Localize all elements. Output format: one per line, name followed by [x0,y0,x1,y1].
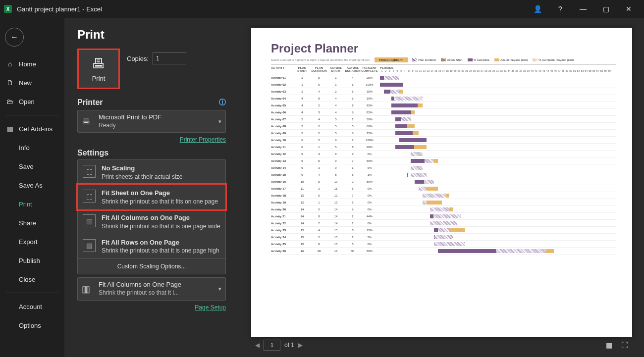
table-row: Activity 191211250% [271,199,616,206]
custom-scaling-option[interactable]: Custom Scaling Options... [78,258,225,274]
table-row: Activity 08525560% [271,123,616,130]
excel-icon: X [4,5,12,13]
printer-section-title: Printer [77,98,103,107]
table-row: Activity 251581550% [271,241,616,248]
table-row: Activity 106567100% [271,137,616,144]
table-row: Activity 2114814244% [271,213,616,220]
scaling-option-no-scaling[interactable]: ⬚ No ScalingPrint sheets at their actual… [78,160,225,185]
chevron-down-icon: ▾ [218,286,221,292]
next-page-button[interactable]: ▶ [298,342,303,349]
table-row: Activity 171121150% [271,185,616,192]
zoom-to-page-button[interactable]: ⛶ [621,341,628,349]
fit-rows-icon: ▤ [83,239,96,252]
no-scaling-icon: ⬚ [83,165,96,178]
table-row: Activity 181261270% [271,192,616,199]
nav-open[interactable]: 🗁Open [0,92,64,111]
show-margins-button[interactable]: ▦ [606,341,612,349]
table-row: Activity 2315415812% [271,227,616,234]
help-icon[interactable]: ? [549,0,572,18]
titlebar: X Gantt project planner1 - Excel 👤 ? — ▢… [0,0,644,18]
table-row: Activity 1293930% [271,151,616,157]
preview-page: Project Planner Select a period to highl… [251,28,632,337]
period-highlight-label: Period Highlight: [375,57,408,62]
table-row: Activity 09525675% [271,130,616,137]
nav-info[interactable]: Info [0,138,64,157]
table-row: Activity 021616100% [271,81,616,88]
fit-sheet-icon: ⬚ [83,190,96,203]
table-row: Activity 1594851% [271,171,616,178]
printer-icon: 🖶 [92,55,106,72]
printer-device-icon: 🖶 [82,116,94,127]
nav-export[interactable]: Export [0,232,64,251]
info-icon[interactable]: ⓘ [219,98,226,107]
table-row: Activity 06434685% [271,109,616,116]
fit-columns-icon: ▥ [83,214,96,227]
chart-legend: Plan Duration Actual Start % Complete Ac… [412,58,574,61]
table-row: Activity 1493910% [271,164,616,171]
scaling-option-fit-columns[interactable]: ▥ Fit All Columns on One PageShrink the … [78,209,225,234]
nav-close[interactable]: Close [0,270,64,289]
copies-input[interactable] [153,52,186,64]
scaling-option-fit-rows[interactable]: ▤ Fit All Rows on One PageShrink the pri… [78,234,225,259]
prev-page-button[interactable]: ◀ [255,342,260,349]
close-button[interactable]: ✕ [617,0,640,18]
table-row: Activity 11615860% [271,144,616,151]
table-row: Activity 241551535% [271,234,616,241]
printer-dropdown[interactable]: 🖶 Microsoft Print to PDFReady ▾ [77,110,226,133]
window-title: Gantt project planner1 - Excel [17,5,102,13]
page-navigator: ◀ of 1 ▶ ▦ ⛶ [251,337,632,353]
table-row: Activity 05424885% [271,102,616,109]
preview-title: Project Planner [271,42,616,55]
nav-account[interactable]: Account [0,297,64,316]
table-row: Activity 201451460% [271,206,616,213]
chevron-down-icon: ▾ [218,118,221,125]
nav-home[interactable]: ⌂Home [0,54,64,73]
nav-new[interactable]: 🗋New [0,73,64,92]
account-icon[interactable]: 👤 [526,0,549,18]
nav-options[interactable]: Options [0,316,64,335]
table-row: Activity 221471430% [271,220,616,227]
nav-getaddins[interactable]: ▦Get Add-ins [0,119,64,138]
print-button[interactable]: 🖶 Print [77,49,120,89]
nav-save[interactable]: Save [0,157,64,176]
table-header-row: ACTIVITY PLAN START PLAN DURATION ACTUAL… [271,64,616,74]
settings-section-title: Settings [77,149,108,157]
minimize-button[interactable]: — [572,0,594,18]
nav-publish[interactable]: Publish [0,251,64,270]
table-row: Activity 07545350% [271,116,616,123]
page-number-input[interactable] [264,340,280,351]
maximize-button[interactable]: ▢ [594,0,617,18]
scaling-options-menu: ⬚ No ScalingPrint sheets at their actual… [77,159,226,274]
nav-saveas[interactable]: Save As [0,176,64,195]
backstage-sidebar: ← ⌂Home 🗋New 🗁Open ▦Get Add-ins Info Sav… [0,18,64,357]
page-total-label: of 1 [284,342,294,349]
new-icon: 🗋 [6,79,14,87]
copies-label: Copies: [127,55,149,62]
table-row: Activity 04484610% [271,95,616,102]
scaling-icon: ▥ [82,284,94,295]
open-icon: 🗁 [6,98,14,105]
table-row: Activity 03242535% [271,88,616,95]
nav-print[interactable]: Print [0,195,64,213]
printer-properties-link[interactable]: Printer Properties [180,136,226,143]
print-preview-panel: Project Planner Select a period to highl… [239,18,644,357]
nav-share[interactable]: Share [0,213,64,232]
back-button[interactable]: ← [5,28,24,47]
table-row: Activity 13969750% [271,157,616,164]
preview-subtitle: Select a period to highlight at right. A… [271,58,371,61]
page-setup-link[interactable]: Page Setup [195,304,226,311]
print-settings-panel: Print 🖶 Print Copies: Printerⓘ 🖶 Microso… [64,18,239,357]
table-row: Activity 01151425% [271,74,616,81]
table-row: Activity 1610510380% [271,178,616,185]
page-title: Print [77,28,226,42]
table-row: Activity 261628163050% [271,248,616,255]
scaling-option-fit-sheet[interactable]: ⬚ Fit Sheet on One PageShrink the printo… [76,183,227,211]
home-icon: ⌂ [6,60,14,68]
current-scaling-dropdown[interactable]: ▥ Fit All Columns on One PageShrink the … [77,277,226,300]
addins-icon: ▦ [6,125,14,133]
